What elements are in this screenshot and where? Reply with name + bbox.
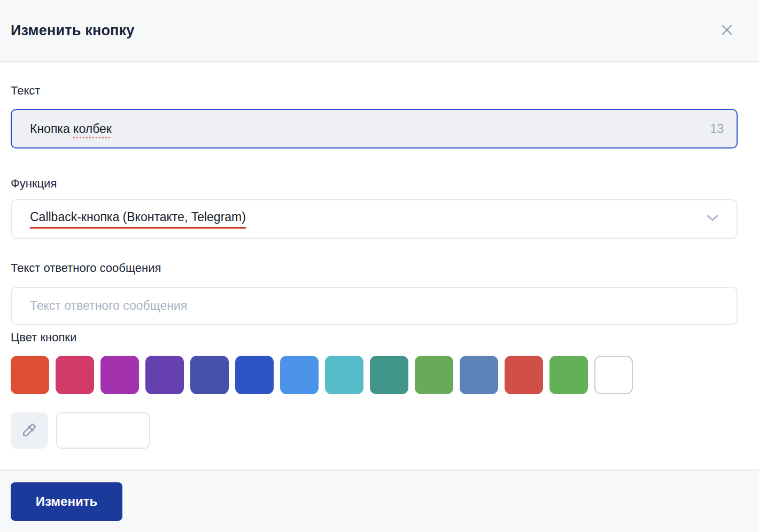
modal-header: Изменить кнопку: [0, 0, 759, 62]
function-select[interactable]: Callback-кнопка (Вконтакте, Telegram): [11, 199, 738, 239]
eyedropper-icon: [21, 421, 38, 440]
color-swatch[interactable]: [100, 356, 139, 394]
color-swatch[interactable]: [56, 356, 94, 394]
color-swatch[interactable]: [325, 356, 363, 394]
char-counter: 13: [710, 122, 724, 136]
color-swatch[interactable]: [594, 356, 633, 394]
modal-body: Текст Кнопка колбек 13 Функция Callback-…: [0, 62, 759, 470]
modal-title: Изменить кнопку: [11, 22, 135, 39]
color-swatch[interactable]: [505, 356, 543, 394]
chevron-down-icon: [706, 214, 719, 224]
color-swatch[interactable]: [370, 356, 408, 394]
edit-button-modal: Изменить кнопку Текст Кнопка колбек 13 Ф…: [0, 0, 759, 532]
modal-footer: Изменить: [0, 470, 759, 532]
reply-field-label: Текст ответного сообщения: [11, 261, 738, 276]
color-swatch[interactable]: [11, 356, 49, 394]
eyedropper-button[interactable]: [11, 412, 48, 449]
button-text-value: Кнопка колбек: [30, 122, 710, 136]
custom-color-input[interactable]: [56, 412, 150, 449]
function-field: Функция Callback-кнопка (Вконтакте, Tele…: [11, 176, 738, 239]
color-field-label: Цвет кнопки: [11, 330, 738, 345]
misspelled-word: колбек: [73, 122, 112, 136]
function-field-label: Функция: [11, 176, 738, 191]
color-swatch[interactable]: [235, 356, 274, 394]
custom-color-row: [11, 412, 738, 449]
function-selected-value: Callback-кнопка (Вконтакте, Telegram): [30, 210, 246, 229]
reply-text-input[interactable]: [11, 287, 738, 325]
color-swatch[interactable]: [415, 356, 453, 394]
text-field: Текст Кнопка колбек 13: [11, 83, 738, 148]
button-text-input[interactable]: Кнопка колбек 13: [11, 109, 738, 148]
color-swatch[interactable]: [280, 356, 319, 394]
reply-field: Текст ответного сообщения: [11, 261, 738, 325]
color-field: Цвет кнопки: [11, 330, 738, 449]
color-swatch[interactable]: [190, 356, 229, 394]
close-icon: [719, 22, 735, 40]
color-swatch[interactable]: [460, 356, 498, 394]
submit-button[interactable]: Изменить: [11, 482, 122, 521]
color-swatch[interactable]: [549, 356, 588, 394]
close-button[interactable]: [716, 20, 738, 41]
color-swatch[interactable]: [145, 356, 184, 394]
color-swatches: [11, 356, 738, 394]
text-field-label: Текст: [11, 83, 738, 98]
